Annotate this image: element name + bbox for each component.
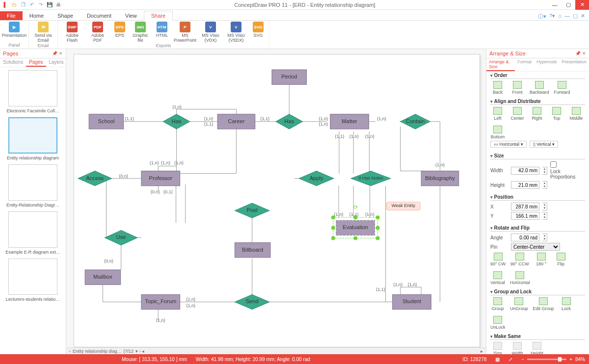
- page-thumb[interactable]: Lecturers-students relatio…: [3, 259, 63, 302]
- height-field[interactable]: [511, 181, 539, 189]
- export-graphic-button[interactable]: IMGGraphic file: [131, 22, 150, 43]
- export-html-button[interactable]: HTMHTML: [153, 22, 171, 43]
- flip-button[interactable]: Flip: [554, 253, 568, 266]
- order-front-button[interactable]: Front: [510, 81, 525, 95]
- qat-redo-icon[interactable]: ↷: [37, 1, 44, 8]
- pos-x-field[interactable]: [511, 203, 539, 210]
- zoom-in-button[interactable]: +: [569, 357, 572, 362]
- qat-save-icon[interactable]: 💾: [46, 1, 53, 8]
- canvas-area[interactable]: Period School Career Matter Bibliography…: [66, 49, 486, 354]
- zoom-out-button[interactable]: −: [521, 357, 524, 362]
- rtab-arrange[interactable]: Arrange & Size: [486, 58, 515, 71]
- svg-text:(1,n): (1,n): [172, 104, 182, 109]
- doc-close-icon[interactable]: ✕: [581, 13, 585, 20]
- align-middle-button[interactable]: Middle: [569, 107, 584, 121]
- help-icon[interactable]: ?▾: [549, 13, 555, 20]
- doc-min-icon[interactable]: ⌂: [558, 13, 562, 20]
- export-svg-button[interactable]: SVGSVG: [250, 22, 266, 43]
- order-backward-button[interactable]: Backward: [530, 81, 549, 95]
- flip-vertical-button[interactable]: Vertical: [490, 271, 505, 285]
- align-right-button[interactable]: Right: [530, 107, 544, 121]
- info-icon[interactable]: ⓘ▾: [538, 13, 546, 20]
- tab-view[interactable]: View: [118, 11, 144, 20]
- svg-text:Send: Send: [246, 298, 259, 304]
- pages-panel-title: Pages: [3, 51, 18, 56]
- order-back-button[interactable]: Back: [490, 81, 505, 95]
- tab-file[interactable]: File: [0, 11, 23, 20]
- page-thumb[interactable]: Entity-Relationship Diagr…: [3, 164, 63, 208]
- align-top-button[interactable]: Top: [549, 107, 564, 121]
- pos-y-field[interactable]: [511, 212, 539, 220]
- tab-home[interactable]: Home: [23, 11, 51, 20]
- dist-vertical[interactable]: ▯ Vertical ▾: [530, 141, 559, 148]
- svg-text:Topic_Forum: Topic_Forum: [145, 298, 176, 304]
- page-thumb[interactable]: Electronic Facsimile Coll…: [3, 70, 63, 113]
- rotate-180-button[interactable]: 180 °: [534, 253, 549, 266]
- svg-text:(1,n): (1,n): [377, 116, 386, 121]
- doc-restore-icon[interactable]: —: [564, 13, 570, 20]
- rel-has1: Has: [163, 114, 189, 129]
- align-bottom-button[interactable]: Bottom: [490, 126, 505, 139]
- rel-has2: Has: [276, 114, 302, 129]
- presentation-button[interactable]: ▶ Presentation: [3, 22, 26, 38]
- view-icon[interactable]: ▦: [495, 357, 500, 362]
- same-size-button[interactable]: Size: [490, 342, 505, 354]
- svg-text:Has: Has: [284, 118, 294, 124]
- svg-text:(1,n): (1,n): [365, 134, 375, 139]
- align-center-button[interactable]: Center: [510, 107, 525, 121]
- qat-undo-icon[interactable]: ↶: [28, 1, 35, 8]
- ungroup-button[interactable]: UnGroup: [510, 297, 528, 311]
- rotate-cw-button[interactable]: 90° CW: [490, 253, 506, 266]
- dist-horizontal[interactable]: ▭ Horizontal ▾: [490, 141, 527, 148]
- lock-proportions-checkbox[interactable]: Lock Proportions: [550, 161, 568, 180]
- erd-diagram[interactable]: Period School Career Matter Bibliography…: [74, 54, 480, 347]
- tab-shape[interactable]: Shape: [51, 11, 80, 20]
- document-tabs[interactable]: ‹ Entity relationship diag… (7/12 ▾ › ◂ …: [66, 347, 486, 354]
- qat-print-icon[interactable]: 🖶: [55, 1, 62, 8]
- export-flash-button[interactable]: SWFAdobe Flash: [61, 22, 83, 43]
- export-eps-button[interactable]: EPSEPS: [112, 22, 128, 43]
- rtab-presentation[interactable]: Presentation: [559, 58, 589, 71]
- minimize-button[interactable]: —: [548, 0, 562, 10]
- subtab-pages[interactable]: Pages: [26, 58, 46, 67]
- page-thumb[interactable]: Entity relationship diagram: [3, 117, 63, 160]
- edit-group-button[interactable]: Edit Group: [533, 297, 554, 311]
- svg-text:(1,1): (1,1): [261, 116, 270, 121]
- svg-text:(1,n): (1,n): [186, 297, 195, 302]
- order-forward-button[interactable]: Forward: [554, 81, 570, 95]
- fit-icon[interactable]: ⤢: [509, 357, 512, 362]
- tab-share[interactable]: Share: [144, 11, 173, 21]
- pin-select[interactable]: Center-Center: [511, 243, 560, 251]
- same-width-button[interactable]: Width: [510, 342, 525, 354]
- rotate-ccw-button[interactable]: 90° CCW: [510, 253, 529, 266]
- svg-text:Contain: Contain: [406, 118, 425, 124]
- export-vdx-button[interactable]: VMS Visio (VDX): [199, 22, 222, 43]
- export-ppt-button[interactable]: PMS PowerPoint: [174, 22, 196, 43]
- rtab-format[interactable]: Format: [515, 58, 534, 71]
- tab-document[interactable]: Document: [80, 11, 118, 20]
- group-button[interactable]: Group: [490, 297, 505, 311]
- subtab-solutions[interactable]: Solutions: [0, 58, 26, 67]
- qat-copy-icon[interactable]: ❐: [20, 1, 27, 8]
- zoom-slider[interactable]: [527, 359, 566, 360]
- rtab-hypernote[interactable]: Hypernote: [534, 58, 560, 71]
- send-email-button[interactable]: ✉ Send via Email: [32, 22, 54, 43]
- flip-horizontal-button[interactable]: Horizontal: [510, 271, 530, 285]
- doc-max-icon[interactable]: ▢: [573, 13, 578, 20]
- angle-field[interactable]: [511, 234, 539, 241]
- export-vsdx-button[interactable]: VMS Visio (VSDX): [225, 22, 247, 43]
- lock-button[interactable]: Lock: [559, 297, 574, 311]
- width-field[interactable]: [511, 167, 539, 175]
- svg-point-59: [375, 226, 379, 230]
- qat-new-icon[interactable]: ▌: [2, 1, 9, 8]
- qat-open-icon[interactable]: 🗀: [11, 1, 18, 8]
- svg-text:(1,n): (1,n): [156, 318, 165, 323]
- close-button[interactable]: ✕: [575, 0, 589, 10]
- unlock-button[interactable]: UnLock: [490, 316, 506, 330]
- align-left-button[interactable]: Left: [490, 107, 505, 121]
- export-pdf-button[interactable]: PDFAdobe PDF: [86, 22, 109, 43]
- page-thumb[interactable]: Example E-R diagram ext…: [3, 211, 63, 255]
- same-height-button[interactable]: Height: [530, 342, 544, 354]
- maximize-button[interactable]: ▢: [562, 0, 575, 10]
- subtab-layers[interactable]: Layers: [46, 58, 67, 67]
